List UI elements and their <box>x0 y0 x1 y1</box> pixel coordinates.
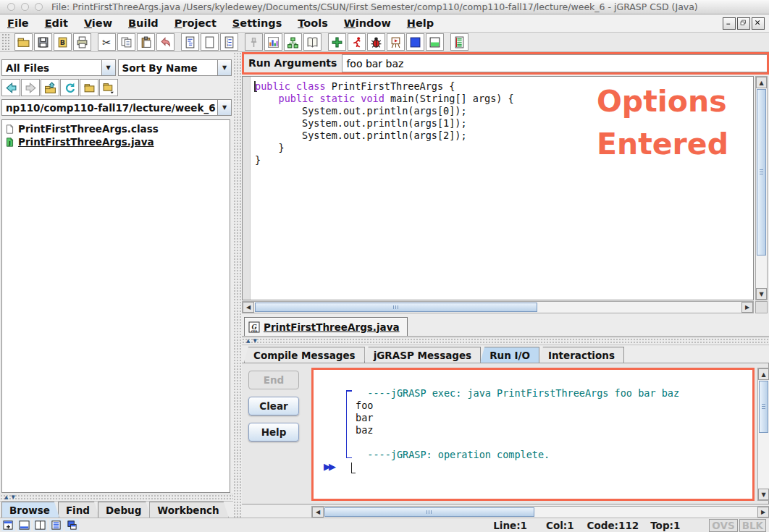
numbered-doc-icon[interactable]: 123 <box>220 33 238 51</box>
path-dropdown[interactable]: np110/comp110-fall17/lecture/week_6 ▼ <box>1 99 232 116</box>
uml-tree-icon[interactable] <box>284 33 302 51</box>
tab-jgrasp-messages[interactable]: jGRASP Messages <box>364 347 482 363</box>
scroll-down-icon[interactable]: ▼ <box>758 489 769 500</box>
close-circle-icon[interactable] <box>7 3 15 11</box>
restore-button[interactable] <box>737 17 750 30</box>
documentation-book-icon[interactable] <box>303 33 322 51</box>
scroll-down-icon[interactable]: ▼ <box>756 288 767 300</box>
tab-browse[interactable]: Browse <box>1 502 59 518</box>
status-line: Line:1 <box>493 520 527 531</box>
minimize-button[interactable] <box>723 17 736 30</box>
folder-menu-icon[interactable] <box>99 79 118 96</box>
file-list-item[interactable]: JPrintFirstThreeArgs.java <box>4 135 228 148</box>
debug-bug-icon[interactable] <box>367 33 385 51</box>
sort-dropdown[interactable]: Sort By Name ▼ <box>118 59 232 76</box>
menu-edit[interactable]: Edit <box>45 17 68 29</box>
toggle-blk[interactable]: BLK <box>739 519 766 532</box>
chevron-down-icon[interactable]: ▼ <box>217 60 231 75</box>
tab-run-i-o[interactable]: Run I/O <box>480 347 539 363</box>
toolbar-drag-handle-icon[interactable] <box>1 33 10 51</box>
paste-icon[interactable] <box>137 33 155 51</box>
editor-vertical-scrollbar[interactable]: ▲ ▼ <box>755 76 768 300</box>
editor-output-splitter[interactable]: ▲▼ <box>242 337 769 345</box>
scroll-right-icon[interactable]: ▶ <box>741 302 753 313</box>
file-filter-dropdown[interactable]: All Files ▼ <box>1 59 116 76</box>
console-output[interactable]: ----jGRASP exec: java PrintFirstThreeArg… <box>311 368 755 501</box>
browse-doc-icon[interactable]: B <box>54 33 72 51</box>
editor-tab[interactable]: GCSD PrintFirstThreeArgs.java <box>244 317 408 336</box>
window-layout-icons <box>1 519 79 531</box>
editor-horizontal-scrollbar[interactable]: ◀ ▶ <box>242 301 754 313</box>
cascade-windows-icon[interactable] <box>65 519 79 531</box>
tab-find[interactable]: Find <box>58 502 99 518</box>
menu-view[interactable]: View <box>84 17 112 29</box>
up-folder-icon[interactable] <box>41 79 59 96</box>
clear-button[interactable]: Clear <box>248 397 299 415</box>
menu-file[interactable]: File <box>7 17 29 29</box>
print-icon[interactable] <box>73 33 91 51</box>
cut-icon[interactable]: ✂ <box>98 33 116 51</box>
save-icon[interactable] <box>34 33 52 51</box>
scrollbar-thumb[interactable] <box>255 303 537 312</box>
scroll-up-icon[interactable]: ▲ <box>758 368 769 380</box>
menu-help[interactable]: Help <box>407 17 434 29</box>
undo-icon[interactable] <box>156 33 175 51</box>
open-folder-icon[interactable] <box>14 33 33 51</box>
chevron-down-icon[interactable]: ▼ <box>217 100 231 115</box>
toggle-ovs[interactable]: OVS <box>709 519 737 532</box>
dock-window-icon[interactable] <box>1 519 15 531</box>
viewer-icon[interactable] <box>426 33 444 51</box>
menu-project[interactable]: Project <box>175 17 217 29</box>
back-icon[interactable] <box>1 79 20 96</box>
scroll-up-icon[interactable]: ▲ <box>756 77 767 88</box>
file-list-item[interactable]: PrintFirstThreeArgs.class <box>4 122 228 135</box>
help-button[interactable]: Help <box>248 423 299 442</box>
scrollbar-thumb[interactable] <box>757 89 766 256</box>
code-area[interactable]: public class PrintFirstThreeArgs { publi… <box>251 77 753 300</box>
folder-icon[interactable] <box>80 79 98 96</box>
close-button[interactable] <box>752 17 765 30</box>
tab-compile-messages[interactable]: Compile Messages <box>244 347 365 363</box>
tab-workbench[interactable]: Workbench <box>149 502 228 518</box>
menu-window[interactable]: Window <box>344 17 391 29</box>
plain-doc-icon[interactable] <box>201 33 219 51</box>
cpg-chart-icon[interactable] <box>264 33 282 51</box>
chevron-down-icon[interactable]: ▼ <box>101 60 115 75</box>
scroll-left-icon[interactable]: ◀ <box>243 302 254 313</box>
minimize-circle-icon[interactable] <box>21 3 29 11</box>
scrollbar-thumb[interactable] <box>324 507 534 517</box>
splitter-down-icon[interactable]: ▼ <box>253 339 256 344</box>
browser-splitter[interactable]: ▲▼ <box>0 494 233 502</box>
scroll-left-icon[interactable]: ◀ <box>312 507 324 518</box>
traffic-light-buttons[interactable] <box>0 3 51 11</box>
editor-tab-bar: GCSD PrintFirstThreeArgs.java <box>242 316 769 337</box>
menu-settings[interactable]: Settings <box>232 17 282 29</box>
panel-splitter[interactable] <box>233 52 242 518</box>
tab-debug[interactable]: Debug <box>98 502 151 518</box>
split-vertical-icon[interactable] <box>33 519 47 531</box>
run-applet-icon[interactable] <box>387 33 405 51</box>
compile-icon[interactable] <box>328 33 346 51</box>
zoom-circle-icon[interactable] <box>35 3 43 11</box>
copy-icon[interactable] <box>117 33 135 51</box>
tab-interactions[interactable]: Interactions <box>539 347 624 363</box>
splitter-down-icon[interactable]: ▼ <box>11 495 14 500</box>
run-icon[interactable] <box>348 33 366 51</box>
menu-build[interactable]: Build <box>128 17 159 29</box>
doc-list-icon[interactable] <box>49 519 63 531</box>
refresh-icon[interactable] <box>60 79 79 96</box>
console-icon[interactable] <box>406 33 424 51</box>
code-editor[interactable]: public class PrintFirstThreeArgs { publi… <box>242 76 754 300</box>
splitter-up-icon[interactable]: ▲ <box>246 339 250 344</box>
console-vertical-scrollbar[interactable]: ▲ ▼ <box>757 368 769 501</box>
console-horizontal-scrollbar[interactable]: ◀ ▶ <box>311 506 769 518</box>
scrollbar-thumb[interactable] <box>759 381 768 433</box>
csd-doc-icon[interactable] <box>181 33 199 51</box>
scroll-right-icon[interactable]: ▶ <box>757 507 769 518</box>
split-bottom-icon[interactable] <box>17 519 31 531</box>
status-fields: Line:1 Col:1 Code:112 Top:1 OVSBLK <box>493 519 766 532</box>
splitter-up-icon[interactable]: ▲ <box>4 495 8 500</box>
run-arguments-input[interactable] <box>342 54 767 72</box>
messages-doc-icon[interactable] <box>450 33 468 51</box>
menu-tools[interactable]: Tools <box>298 17 328 29</box>
